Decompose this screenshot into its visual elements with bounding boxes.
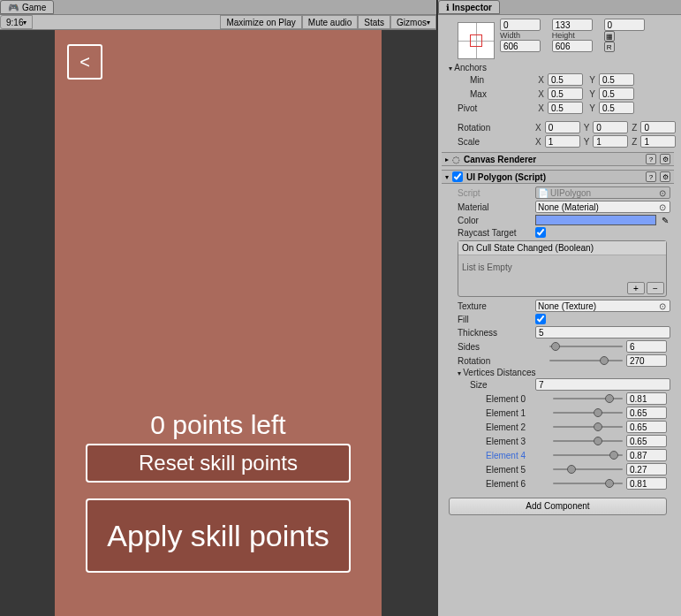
scale-x[interactable] (545, 135, 580, 148)
back-button[interactable]: < (67, 44, 102, 80)
inspector-panel: ℹ Inspector Width Height ▦ (438, 0, 681, 616)
vertex-element-label: Element 0 (473, 394, 549, 404)
vertex-element-row: Element 3 (458, 434, 670, 448)
sides-row: Sides (458, 339, 670, 354)
game-viewport: < 0 points left Reset skill points Apply… (0, 30, 437, 616)
rotation-row: Rotation X Y Z (442, 120, 674, 134)
anchor-min-y[interactable] (599, 73, 634, 86)
anchor-preset-button[interactable] (458, 22, 495, 59)
pivot-x[interactable] (548, 102, 583, 114)
vertex-element-row: Element 6 (458, 476, 670, 491)
vertex-element-slider[interactable] (553, 407, 623, 419)
rot-y[interactable] (593, 121, 628, 133)
pos-x-field[interactable] (500, 19, 541, 31)
sides-field[interactable] (626, 340, 667, 353)
rot-z[interactable] (640, 121, 676, 133)
canvas-renderer-header[interactable]: ▸ ◌ Canvas Renderer ? ⚙ (442, 152, 674, 166)
vertex-element-row: Element 5 (458, 462, 670, 476)
anchor-max-row: Max X Y (442, 87, 674, 101)
eyedropper-icon[interactable]: ✎ (660, 216, 670, 225)
anchor-max-x[interactable] (548, 87, 583, 100)
vertex-element-field[interactable] (626, 435, 667, 447)
object-picker-icon[interactable]: ⊙ (657, 202, 668, 212)
material-field[interactable]: None (Material)⊙ (535, 201, 670, 213)
anchor-max-y[interactable] (599, 87, 634, 100)
game-panel: 🎮 Game 9:16 Maximize on Play Mute audio … (0, 0, 437, 616)
tab-game[interactable]: 🎮 Game (0, 0, 54, 14)
help-icon[interactable]: ? (646, 171, 656, 182)
fill-toggle[interactable] (535, 314, 546, 324)
inspector-tab-label: Inspector (452, 3, 492, 12)
vertex-element-row: Element 0 (458, 392, 670, 406)
tab-inspector[interactable]: ℹ Inspector (438, 0, 500, 14)
vertex-element-field[interactable] (626, 477, 667, 490)
remove-event-button[interactable]: − (647, 282, 664, 294)
sides-slider[interactable] (549, 340, 623, 353)
canvas-renderer-icon: ◌ (452, 155, 460, 164)
scale-z[interactable] (640, 135, 676, 148)
vertex-element-field[interactable] (626, 463, 667, 475)
toolbar-spacer (33, 15, 220, 29)
vertex-element-field[interactable] (626, 407, 667, 419)
gizmos-dropdown[interactable]: Gizmos (390, 15, 436, 29)
on-cull-event-block: On Cull State Changed (Boolean) List is … (458, 240, 667, 297)
event-list-empty: List is Empty (458, 255, 666, 280)
vertex-element-slider[interactable] (553, 449, 623, 461)
object-picker-icon[interactable]: ⊙ (657, 301, 668, 311)
anchors-foldout[interactable]: Anchors (442, 63, 674, 72)
vertex-element-slider[interactable] (553, 463, 623, 475)
stats-toggle[interactable]: Stats (358, 15, 390, 29)
game-tab-icon: 🎮 (8, 3, 19, 12)
rotation-field[interactable] (626, 354, 667, 367)
vertex-element-slider[interactable] (553, 435, 623, 447)
vertex-element-label: Element 1 (473, 408, 549, 418)
pos-z-field[interactable] (604, 19, 645, 31)
texture-field[interactable]: None (Texture)⊙ (535, 300, 670, 312)
width-field[interactable] (500, 40, 541, 52)
rot-x[interactable] (545, 121, 580, 133)
vertices-foldout[interactable]: Vertices Distances (458, 368, 670, 377)
vertex-element-label: Element 2 (473, 422, 549, 432)
add-event-button[interactable]: + (627, 282, 645, 294)
poly-rotation-row: Rotation (458, 354, 670, 368)
vertices-size-field[interactable] (535, 378, 670, 391)
vertex-element-row: Element 2 (458, 420, 670, 434)
rotation-slider[interactable] (549, 354, 623, 367)
raw-edit-button[interactable]: R (604, 42, 615, 52)
chevron-right-icon: ▸ (445, 156, 449, 164)
ui-polygon-enable-toggle[interactable] (452, 171, 463, 182)
mute-audio-toggle[interactable]: Mute audio (302, 15, 358, 29)
vertex-element-field[interactable] (626, 421, 667, 433)
game-toolbar: 9:16 Maximize on Play Mute audio Stats G… (0, 15, 436, 30)
vertex-element-slider[interactable] (553, 421, 623, 433)
points-left-label: 0 points left (55, 410, 382, 440)
maximize-on-play-toggle[interactable]: Maximize on Play (220, 15, 301, 29)
raycast-target-toggle[interactable] (535, 227, 546, 238)
reset-skill-button[interactable]: Reset skill points (86, 444, 351, 483)
apply-skill-button[interactable]: Apply skill points (86, 498, 351, 573)
height-field[interactable] (552, 40, 593, 52)
inspector-icon: ℹ (446, 3, 450, 12)
vertex-element-field[interactable] (626, 392, 667, 405)
script-field: 📄UIPolygon⊙ (535, 186, 670, 199)
anchor-min-x[interactable] (548, 73, 583, 86)
color-field[interactable] (535, 215, 656, 225)
blueprint-mode-button[interactable]: ▦ (604, 31, 615, 42)
vertex-element-label: Element 5 (473, 465, 549, 475)
game-content: < 0 points left Reset skill points Apply… (55, 30, 382, 616)
pivot-y[interactable] (599, 102, 634, 114)
gear-icon[interactable]: ⚙ (660, 171, 670, 182)
object-picker-icon[interactable]: ⊙ (657, 188, 668, 198)
aspect-dropdown[interactable]: 9:16 (0, 15, 33, 29)
vertex-element-slider[interactable] (553, 392, 623, 405)
vertex-element-slider[interactable] (553, 477, 623, 490)
vertex-element-row: Element 1 (458, 406, 670, 420)
add-component-button[interactable]: Add Component (449, 498, 667, 515)
help-icon[interactable]: ? (646, 154, 656, 164)
ui-polygon-header[interactable]: ▾ UI Polygon (Script) ? ⚙ (442, 170, 674, 184)
scale-y[interactable] (593, 135, 628, 148)
thickness-field[interactable] (535, 326, 670, 338)
vertex-element-field[interactable] (626, 449, 667, 461)
pos-y-field[interactable] (552, 19, 593, 31)
gear-icon[interactable]: ⚙ (660, 154, 670, 164)
